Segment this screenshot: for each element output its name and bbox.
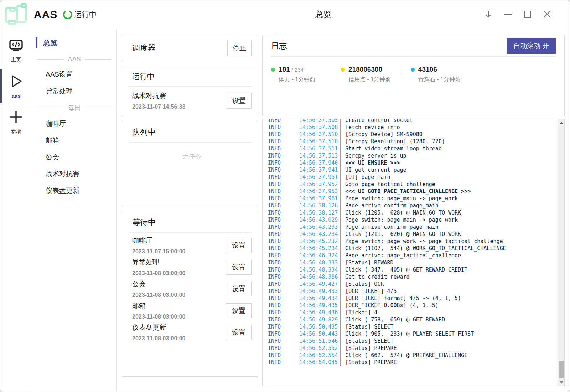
log-level: INFO [268, 216, 299, 223]
log-timestamp: 14:56:43.029 [299, 216, 339, 223]
log-level: INFO [268, 195, 299, 202]
log-level: INFO [268, 145, 299, 152]
log-timestamp: 14:56:49.434 [299, 295, 339, 302]
minimize-to-tray-button[interactable] [478, 5, 498, 25]
log-message: Click ( 347, 405) @ GET_REWARD_CREDIT [340, 266, 467, 273]
log-level: INFO [268, 138, 299, 145]
close-button[interactable] [537, 5, 557, 25]
log-timestamp: 14:56:54.045 [299, 359, 339, 366]
log-message: [Status] SELECT [340, 323, 393, 330]
waiting-task-date: 2023-11-08 03:00:00 [132, 270, 185, 277]
log-lines: INFO14:56:37.505Create control socketINF… [268, 119, 558, 366]
waiting-settings-button[interactable]: 设置 [226, 325, 252, 340]
log-timestamp: 14:56:45.234 [299, 245, 339, 252]
autoscroll-toggle-button[interactable]: 自动滚动 开 [507, 38, 556, 54]
log-level: INFO [268, 259, 299, 266]
stat-label: 体力 - 1分钟前 [279, 76, 341, 83]
log-timestamp: 14:56:37.511 [299, 145, 339, 152]
scrollbar-thumb[interactable] [559, 361, 564, 378]
log-message: Page switch: page_main -> page_work [340, 216, 458, 223]
subnav-item-overview[interactable]: 总览 [36, 37, 116, 48]
log-level: INFO [268, 223, 299, 231]
running-title: 运行中 [132, 72, 252, 82]
stat-label: 信用点 - 1分钟前 [348, 76, 411, 83]
log-line: INFO14:56:52.552[Status] PREPARE [268, 345, 558, 352]
log-message: [Scrcpy Resolution] (1280, 720) [340, 138, 445, 145]
log-line: INFO14:56:37.961Page switch: page_main -… [268, 195, 558, 202]
subnav-item-cafe[interactable]: 咖啡厅 [32, 116, 116, 131]
rail-item-aas[interactable]: aas [0, 71, 32, 102]
scrollbar-down-arrow-icon[interactable] [558, 379, 565, 385]
minimize-button[interactable] [498, 5, 518, 25]
maximize-button[interactable] [518, 5, 537, 25]
queue-card: 队列中 无任务 [122, 121, 258, 206]
log-level: INFO [268, 352, 299, 359]
log-message: [Ticket] 4 [340, 309, 377, 316]
icon-rail: 主页 aas 新增 [0, 29, 32, 392]
waiting-settings-button[interactable]: 设置 [226, 282, 252, 296]
stat-value: 181 [279, 66, 290, 73]
log-timestamp: 14:56:50.443 [299, 330, 339, 337]
subnav-item-guild[interactable]: 公会 [32, 149, 116, 165]
log-timestamp: 14:56:50.435 [299, 323, 339, 330]
log-message: Scrcpy server is up [340, 152, 406, 159]
close-icon [543, 10, 552, 20]
running-task-name: 战术对抗赛 [132, 91, 185, 100]
rail-item-add[interactable]: 新增 [0, 106, 32, 138]
log-timestamp: 14:56:52.552 [299, 345, 339, 352]
log-line: INFO14:56:38.126Page arrive confirm page… [268, 202, 558, 209]
subnav-item-mailbox[interactable]: 邮箱 [32, 133, 116, 148]
log-scrollbar[interactable] [558, 119, 564, 386]
scheduler-column: 调度器 停止 运行中 战术对抗赛 2023-11-07 14:56:33 设置 [122, 35, 258, 392]
log-level: INFO [268, 266, 299, 273]
subnav-item-exception-handling[interactable]: 异常处理 [32, 83, 116, 99]
log-level: INFO [268, 288, 299, 295]
stat-top-row: 43106 [411, 66, 481, 73]
log-line: INFO14:56:37.951[UI] page_main [268, 174, 558, 181]
scrollbar-up-arrow-icon[interactable] [558, 120, 565, 126]
log-timestamp: 14:56:48.386 [299, 273, 339, 280]
log-level: INFO [268, 252, 299, 259]
log-timestamp: 14:56:49.427 [299, 280, 339, 288]
waiting-task-date: 2023-11-07 15:00:00 [132, 248, 185, 255]
log-timestamp: 14:56:37.953 [299, 188, 339, 195]
waiting-settings-button[interactable]: 设置 [226, 238, 252, 253]
log-timestamp: 14:56:37.941 [299, 166, 339, 174]
divider [271, 56, 556, 57]
scheduler-card: 调度器 停止 [122, 35, 258, 61]
log-level: INFO [268, 119, 299, 124]
log-line: INFO14:56:46.324Page arrive: page_tactic… [268, 252, 558, 259]
waiting-settings-button[interactable]: 设置 [226, 260, 252, 275]
subnav-item-tactical-challenge[interactable]: 战术对抗赛 [32, 166, 116, 182]
log-level: INFO [268, 231, 299, 238]
running-settings-button[interactable]: 设置 [227, 93, 252, 109]
titlebar: AAS 运行中 总览 [0, 0, 570, 29]
log-timestamp: 14:56:51.546 [299, 337, 339, 345]
waiting-task-info: 仪表盘更新2023-11-08 03:00:00 [132, 323, 185, 342]
log-level: INFO [268, 273, 299, 280]
subnav-item-dashboard-update[interactable]: 仪表盘更新 [32, 183, 116, 198]
waiting-settings-button[interactable]: 设置 [226, 303, 252, 318]
log-message: Goto page_tactical_challenge [340, 181, 435, 188]
waiting-task-row: 仪表盘更新2023-11-08 03:00:00设置 [132, 321, 252, 343]
rail-item-home[interactable]: 主页 [0, 35, 32, 66]
running-spinner-icon [62, 9, 73, 20]
app-logo-icon [3, 3, 28, 26]
subnav-section-divider: AAS [32, 52, 116, 67]
log-timestamp: 14:56:49.435 [299, 302, 339, 309]
stat-top-row: 181/ 234 [271, 66, 341, 73]
stop-button[interactable]: 停止 [227, 40, 252, 56]
log-title: 日志 [271, 41, 287, 51]
log-message: [OCR_TICKET] 4/5 [340, 288, 397, 295]
subnav-item-aas-settings[interactable]: AAS设置 [32, 67, 116, 82]
log-timestamp: 14:56:37.508 [299, 124, 339, 131]
log-message: Page switch: page_work -> page_tactical_… [340, 238, 503, 245]
log-level: INFO [268, 188, 299, 195]
stat-dot-icon [271, 68, 275, 72]
log-line: INFO14:56:50.435[Status] SELECT [268, 323, 558, 330]
log-timestamp: 14:56:37.961 [299, 195, 339, 202]
log-line: INFO14:56:48.386Get tc credit reward [268, 273, 558, 280]
divider [129, 232, 252, 233]
code-monitor-icon [8, 38, 24, 54]
log-line: INFO14:56:49.829Click ( 758, 659) @ GET_… [268, 316, 558, 323]
